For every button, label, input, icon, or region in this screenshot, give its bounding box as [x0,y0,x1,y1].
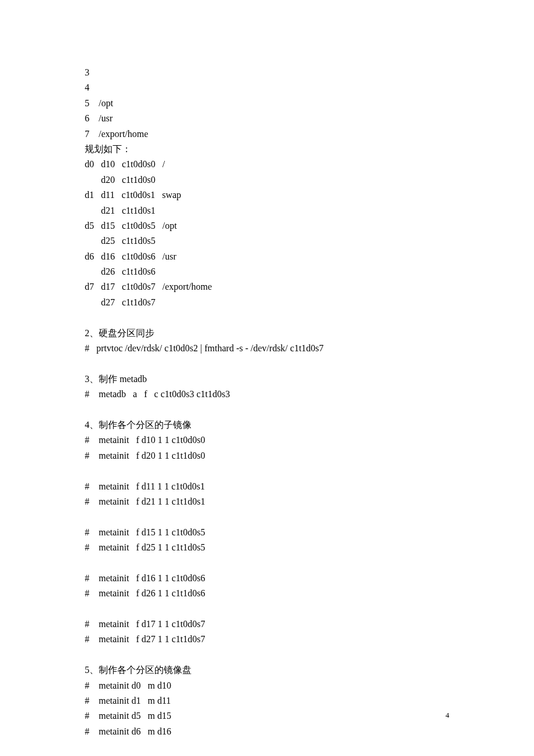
text-line: # metainit d1 m d11 [85,693,449,708]
text-line: # metainit f d21 1 1 c1t1d0s1 [85,494,449,509]
text-line: 5 /opt [85,96,449,111]
text-line: # metainit f d17 1 1 c1t0d0s7 [85,617,449,632]
text-line [85,402,449,417]
text-line: d21 c1t1d0s1 [85,203,449,218]
text-line: 4 [85,80,449,95]
text-line: 6 /usr [85,111,449,126]
text-line: 4、制作各个分区的子镜像 [85,417,449,433]
text-line: d27 c1t1d0s7 [85,295,449,310]
text-line: d7 d17 c1t0d0s7 /export/home [85,279,449,294]
text-line [85,556,449,571]
text-line: # metadb a f c c1t0d0s3 c1t1d0s3 [85,387,449,402]
text-line: d5 d15 c1t0d0s5 /opt [85,218,449,233]
text-line: 规划如下： [85,142,449,157]
text-line: # metainit f d16 1 1 c1t0d0s6 [85,571,449,586]
text-line: d25 c1t1d0s5 [85,233,449,249]
text-line: # metainit f d26 1 1 c1t1d0s6 [85,586,449,601]
text-line: d1 d11 c1t0d0s1 swap [85,188,449,203]
page-number: 4 [446,711,450,720]
text-line [85,356,449,371]
text-line: d0 d10 c1t0d0s0 / [85,157,449,172]
document-body: 345 /opt6 /usr7 /export/home规划如下：d0 d10 … [0,0,534,739]
text-line: # metainit f d10 1 1 c1t0d0s0 [85,433,449,448]
text-line: # metainit d5 m d15 [85,708,449,723]
text-line [85,509,449,524]
text-line: # metainit d6 m d16 [85,724,449,739]
text-line: # metainit f d20 1 1 c1t1d0s0 [85,448,449,463]
text-line [85,463,449,478]
text-line: 2、硬盘分区同步 [85,326,449,341]
text-line: 3、制作 metadb [85,372,449,387]
text-line: 7 /export/home [85,127,449,142]
text-line: # metainit f d25 1 1 c1t1d0s5 [85,540,449,555]
text-line [85,310,449,325]
text-line [85,602,449,617]
text-line: d6 d16 c1t0d0s6 /usr [85,249,449,264]
text-line: d20 c1t1d0s0 [85,172,449,188]
text-line: 3 [85,65,449,80]
text-line: # metainit f d27 1 1 c1t1d0s7 [85,632,449,647]
text-line: 5、制作各个分区的镜像盘 [85,663,449,678]
text-line: # metainit f d15 1 1 c1t0d0s5 [85,525,449,540]
text-line: # prtvtoc /dev/rdsk/ c1t0d0s2 | fmthard … [85,341,449,356]
text-line: # metainit d0 m d10 [85,678,449,693]
text-line: # metainit f d11 1 1 c1t0d0s1 [85,479,449,494]
text-line [85,647,449,663]
text-line: d26 c1t1d0s6 [85,264,449,279]
